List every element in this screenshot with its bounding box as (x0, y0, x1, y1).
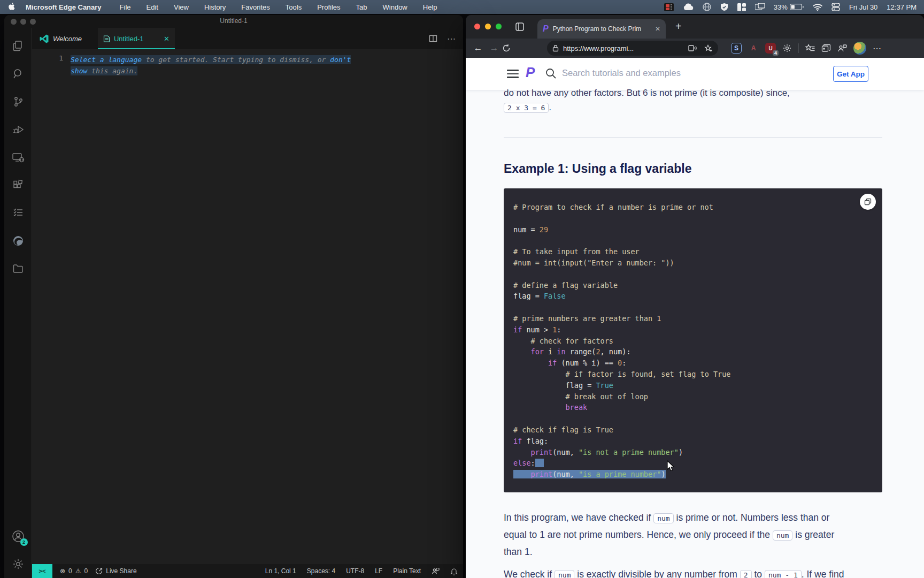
intro-paragraph: do not have any other factors. But 6 is … (504, 88, 790, 98)
toolbar-divider (798, 43, 799, 53)
add-favorite-icon[interactable] (704, 44, 713, 52)
run-debug-icon[interactable] (5, 116, 31, 143)
menu-tab[interactable]: Tab (356, 3, 367, 11)
placeholder-link-select-language[interactable]: Select a language (71, 56, 142, 64)
menu-tools[interactable]: Tools (286, 3, 302, 11)
errors-count: 0 (68, 567, 72, 575)
menu-help[interactable]: Help (423, 3, 437, 11)
accounts-icon[interactable]: 2 (5, 522, 31, 550)
encoding[interactable]: UTF-8 (346, 567, 364, 575)
editor-placeholder-text: Select a language to get started. Start … (71, 54, 370, 77)
menubar-date[interactable]: Fri Jul 30 (849, 3, 877, 11)
menu-window[interactable]: Window (383, 3, 407, 11)
testing-icon[interactable] (5, 199, 31, 227)
mouse-cursor (667, 460, 676, 472)
explorer-icon[interactable] (5, 32, 31, 60)
notifications-bell-icon[interactable] (450, 567, 458, 575)
copy-code-button[interactable] (860, 194, 876, 210)
search-placeholder[interactable]: Search tutorials and examples (562, 68, 681, 78)
browser-tab-active[interactable]: P Python Program to Check Prim ✕ (537, 19, 666, 39)
source-control-icon[interactable] (5, 88, 31, 116)
globe-icon[interactable] (703, 3, 711, 11)
zoom-window-button[interactable] (496, 24, 502, 29)
edge-browser-icon[interactable] (5, 227, 31, 255)
inline-code-chip: 2 x 3 = 6 (504, 103, 549, 113)
workspaces-icon[interactable] (515, 22, 525, 32)
menubar-time[interactable]: 12:37 PM (887, 3, 917, 11)
extensions-icon[interactable] (5, 171, 31, 199)
indentation[interactable]: Spaces: 4 (307, 567, 335, 575)
code-block[interactable]: # Program to check if a number is prime … (504, 188, 882, 492)
back-button[interactable]: ← (470, 43, 486, 54)
placeholder-link-dont-show[interactable]: don't (330, 56, 351, 64)
errors-icon: ⊗ (60, 567, 65, 575)
explanation-paragraph-2: We check if num is exactly divisible by … (504, 566, 850, 578)
forward-button[interactable]: → (486, 43, 502, 54)
search-icon[interactable] (545, 67, 557, 79)
browser-essentials-icon[interactable] (837, 44, 847, 52)
tab-untitled-label: Untitled-1 (114, 35, 144, 43)
active-app-name[interactable]: Microsoft Edge Canary (26, 3, 102, 11)
folder-icon[interactable] (5, 255, 31, 283)
battery-indicator[interactable]: 33% (774, 3, 804, 11)
collections-icon[interactable] (821, 44, 831, 52)
example-heading: Example 1: Using a flag variable (504, 162, 692, 176)
window-tiles-icon[interactable] (737, 3, 746, 11)
extension-s-icon[interactable]: S (731, 43, 742, 54)
address-bar[interactable]: https://www.programi... (547, 41, 718, 56)
extension-gear-icon[interactable] (782, 43, 792, 53)
menu-view[interactable]: View (174, 3, 189, 11)
language-mode[interactable]: Plain Text (393, 567, 421, 575)
onedrive-cloud-icon[interactable] (683, 3, 694, 11)
hamburger-menu-icon[interactable] (507, 70, 519, 80)
editor-pane[interactable]: 1 Select a language to get started. Star… (32, 49, 463, 564)
menu-history[interactable]: History (204, 3, 226, 11)
read-aloud-icon[interactable] (688, 44, 697, 52)
tab-untitled-1[interactable]: Untitled-1 ✕ (98, 28, 175, 49)
menu-edit[interactable]: Edit (147, 3, 158, 11)
more-actions-icon[interactable]: ⋯ (447, 34, 456, 44)
eol-sequence[interactable]: LF (375, 567, 382, 575)
battery-percent: 33% (774, 3, 788, 11)
tab-favicon-programiz: P (543, 24, 549, 34)
apple-menu-icon[interactable] (9, 3, 16, 11)
search-icon[interactable] (5, 60, 31, 88)
extension-a-icon[interactable]: A (748, 43, 759, 54)
settings-more-icon[interactable]: ⋯ (873, 43, 881, 54)
placeholder-link-dont-show-2[interactable]: show (71, 67, 87, 75)
shield-check-icon[interactable] (720, 3, 728, 11)
menu-file[interactable]: File (120, 3, 131, 11)
feedback-icon[interactable] (432, 567, 440, 575)
tab-close-icon[interactable]: ✕ (164, 35, 170, 43)
film-strip-icon[interactable] (664, 3, 674, 11)
problems-indicator[interactable]: ⊗ 0 ⚠ 0 (60, 567, 88, 575)
menu-favorites[interactable]: Favorites (241, 3, 270, 11)
url-text[interactable]: https://www.programi... (563, 44, 688, 52)
file-icon (103, 35, 110, 42)
programiz-logo[interactable]: P (526, 64, 535, 81)
cursor-position[interactable]: Ln 1, Col 1 (265, 567, 296, 575)
vscode-titlebar[interactable]: Untitled-1 (4, 15, 463, 28)
tab-close-icon[interactable]: ✕ (655, 25, 660, 33)
reload-button[interactable] (502, 44, 518, 52)
menu-profiles[interactable]: Profiles (317, 3, 340, 11)
stage-manager-icon[interactable] (831, 3, 840, 11)
lock-icon[interactable] (552, 44, 559, 52)
settings-gear-icon[interactable] (5, 550, 31, 578)
favorites-icon[interactable] (805, 44, 815, 52)
new-tab-button[interactable]: + (675, 20, 682, 33)
split-editor-icon[interactable] (429, 34, 437, 43)
live-share-button[interactable]: Live Share (95, 567, 136, 575)
tab-welcome[interactable]: Welcome (40, 34, 82, 43)
vscode-logo-icon (40, 34, 49, 43)
wifi-icon[interactable] (813, 4, 822, 11)
screen-mirroring-icon[interactable] (755, 3, 765, 11)
adblock-shield-icon[interactable]: U4 (765, 43, 776, 54)
get-app-button[interactable]: Get App (833, 66, 868, 82)
remote-indicator-button[interactable]: >< (32, 564, 52, 578)
profile-avatar[interactable] (853, 42, 866, 55)
minimize-window-button[interactable] (485, 24, 491, 29)
vscode-window: Untitled-1 2 Welc (4, 15, 463, 578)
remote-explorer-icon[interactable] (5, 143, 31, 171)
close-window-button[interactable] (474, 24, 480, 29)
